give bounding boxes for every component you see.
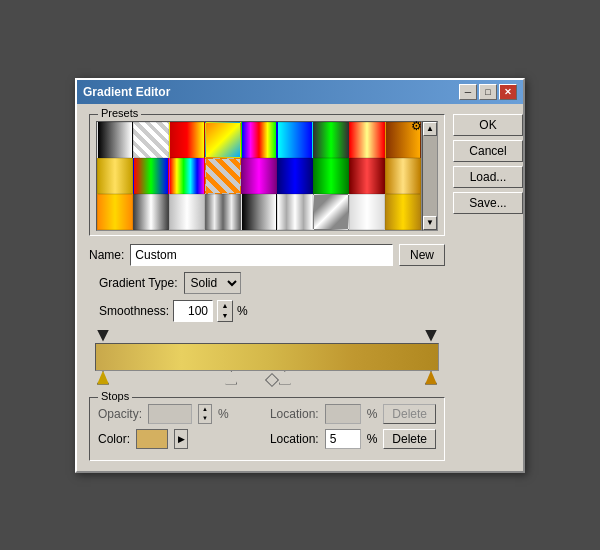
preset-item[interactable] bbox=[385, 158, 421, 194]
presets-label: Presets bbox=[98, 107, 141, 119]
gradient-section bbox=[89, 330, 445, 391]
smooth-down-button[interactable]: ▼ bbox=[218, 311, 232, 321]
name-input[interactable] bbox=[130, 244, 393, 266]
preset-item[interactable] bbox=[205, 158, 241, 194]
color-stops-row: Color: ▶ Location: % Delete bbox=[98, 429, 436, 449]
dialog-title: Gradient Editor bbox=[83, 85, 170, 99]
color-location-input[interactable] bbox=[325, 429, 361, 449]
preset-item[interactable] bbox=[133, 194, 169, 230]
stops-group-label: Stops bbox=[98, 390, 132, 402]
scroll-down-arrow[interactable]: ▼ bbox=[423, 216, 437, 230]
title-bar: Gradient Editor ─ □ ✕ bbox=[77, 80, 523, 104]
opacity-input[interactable] bbox=[148, 404, 192, 424]
smoothness-spinner: ▲ ▼ bbox=[217, 300, 233, 322]
color-stop-4[interactable] bbox=[425, 371, 437, 385]
minimize-button[interactable]: ─ bbox=[459, 84, 477, 100]
preset-item[interactable] bbox=[313, 122, 349, 158]
preset-item[interactable] bbox=[169, 122, 205, 158]
smoothness-row: Smoothness: ▲ ▼ % bbox=[89, 300, 445, 322]
color-label: Color: bbox=[98, 432, 130, 446]
opacity-location-input[interactable] bbox=[325, 404, 361, 424]
smoothness-input[interactable] bbox=[173, 300, 213, 322]
smooth-up-button[interactable]: ▲ bbox=[218, 301, 232, 311]
preset-item[interactable] bbox=[97, 122, 133, 158]
dialog-body: Presets ⚙ bbox=[77, 104, 523, 471]
color-swatch[interactable] bbox=[136, 429, 168, 449]
preset-item[interactable] bbox=[349, 122, 385, 158]
opacity-stop-left[interactable] bbox=[97, 330, 109, 342]
opacity-location-label: Location: bbox=[270, 407, 319, 421]
opacity-delete-button[interactable]: Delete bbox=[383, 404, 436, 424]
color-arrow-button[interactable]: ▶ bbox=[174, 429, 188, 449]
presets-scrollbar: ▲ ▼ bbox=[422, 121, 438, 231]
opacity-spinner: ▲ ▼ bbox=[198, 404, 212, 424]
new-button[interactable]: New bbox=[399, 244, 445, 266]
gradient-editor-dialog: Gradient Editor ─ □ ✕ Presets ⚙ bbox=[75, 78, 525, 473]
main-content: Presets ⚙ bbox=[89, 114, 445, 461]
color-stop-3[interactable] bbox=[279, 371, 291, 385]
smoothness-unit: % bbox=[237, 304, 248, 318]
stops-group: Stops Opacity: ▲ ▼ % Location: % Delete bbox=[89, 397, 445, 461]
preset-item[interactable] bbox=[97, 194, 133, 230]
preset-item[interactable] bbox=[349, 194, 385, 230]
presets-container: ▲ ▼ bbox=[96, 121, 438, 231]
opacity-down-button[interactable]: ▼ bbox=[199, 414, 211, 423]
name-label: Name: bbox=[89, 248, 124, 262]
gear-icon[interactable]: ⚙ bbox=[411, 119, 422, 133]
gradient-type-select[interactable]: Solid Noise bbox=[184, 272, 241, 294]
gradient-type-row: Gradient Type: Solid Noise bbox=[89, 272, 445, 294]
opacity-unit: % bbox=[218, 407, 229, 421]
preset-item[interactable] bbox=[277, 194, 313, 230]
scroll-up-arrow[interactable]: ▲ bbox=[423, 122, 437, 136]
preset-item[interactable] bbox=[97, 158, 133, 194]
maximize-button[interactable]: □ bbox=[479, 84, 497, 100]
gradient-type-label: Gradient Type: bbox=[99, 276, 178, 290]
preset-item[interactable] bbox=[313, 158, 349, 194]
cancel-button[interactable]: Cancel bbox=[453, 140, 523, 162]
opacity-label: Opacity: bbox=[98, 407, 142, 421]
name-row: Name: New bbox=[89, 244, 445, 266]
preset-item[interactable] bbox=[133, 122, 169, 158]
load-button[interactable]: Load... bbox=[453, 166, 523, 188]
opacity-stop-right[interactable] bbox=[425, 330, 437, 342]
preset-item[interactable] bbox=[241, 122, 277, 158]
color-stop-2[interactable] bbox=[225, 371, 237, 385]
ok-button[interactable]: OK bbox=[453, 114, 523, 136]
preset-item[interactable] bbox=[277, 122, 313, 158]
preset-item[interactable] bbox=[133, 158, 169, 194]
color-stop-1[interactable] bbox=[97, 371, 109, 385]
preset-item[interactable] bbox=[169, 158, 205, 194]
preset-item[interactable] bbox=[241, 194, 277, 230]
preset-item[interactable] bbox=[241, 158, 277, 194]
smoothness-label: Smoothness: bbox=[99, 304, 169, 318]
preset-item[interactable] bbox=[205, 194, 241, 230]
color-location-label: Location: bbox=[270, 432, 319, 446]
preset-item[interactable] bbox=[169, 194, 205, 230]
gradient-bar[interactable] bbox=[95, 343, 439, 371]
save-button[interactable]: Save... bbox=[453, 192, 523, 214]
preset-item[interactable] bbox=[313, 194, 349, 230]
preset-item[interactable] bbox=[385, 194, 421, 230]
title-bar-buttons: ─ □ ✕ bbox=[459, 84, 517, 100]
color-location-unit: % bbox=[367, 432, 378, 446]
side-buttons: OK Cancel Load... Save... bbox=[453, 114, 523, 461]
opacity-up-button[interactable]: ▲ bbox=[199, 405, 211, 414]
preset-item[interactable] bbox=[205, 122, 241, 158]
presets-grid bbox=[96, 121, 422, 231]
opacity-location-unit: % bbox=[367, 407, 378, 421]
midpoint-diamond[interactable] bbox=[265, 372, 279, 386]
opacity-stops-row: Opacity: ▲ ▼ % Location: % Delete bbox=[98, 404, 436, 424]
close-button[interactable]: ✕ bbox=[499, 84, 517, 100]
presets-group: Presets ⚙ bbox=[89, 114, 445, 236]
preset-item[interactable] bbox=[277, 158, 313, 194]
scroll-track[interactable] bbox=[423, 136, 437, 216]
color-delete-button[interactable]: Delete bbox=[383, 429, 436, 449]
preset-item[interactable] bbox=[349, 158, 385, 194]
